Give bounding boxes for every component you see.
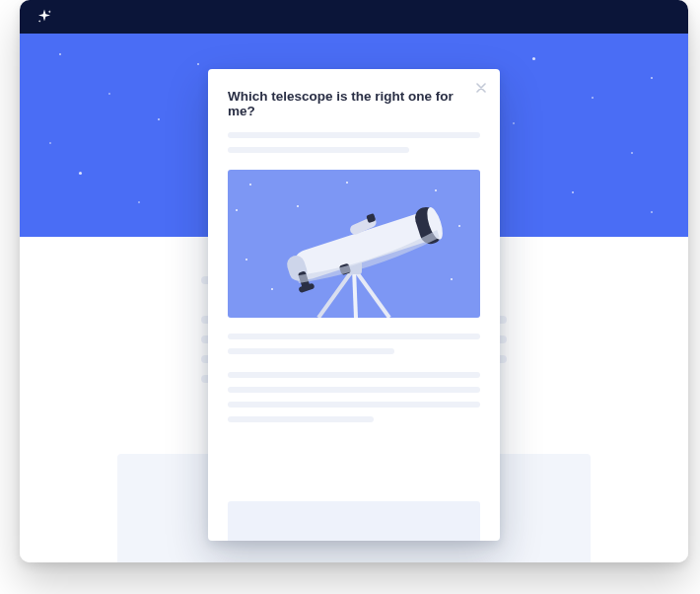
- decorative-star: [49, 142, 51, 144]
- article-footer-placeholder: [228, 501, 480, 541]
- app-window: Which telescope is the right one for me?: [20, 0, 688, 562]
- svg-line-1: [354, 268, 389, 318]
- decorative-star: [236, 209, 238, 211]
- svg-line-2: [354, 268, 356, 318]
- text-placeholder: [228, 402, 480, 408]
- text-placeholder: [228, 372, 480, 378]
- close-button[interactable]: [472, 79, 490, 97]
- titlebar: [20, 0, 688, 34]
- text-placeholder: [228, 132, 480, 138]
- decorative-star: [249, 184, 251, 186]
- text-placeholder: [228, 334, 480, 339]
- decorative-star: [197, 63, 199, 65]
- decorative-star: [346, 182, 348, 184]
- decorative-star: [158, 118, 160, 120]
- decorative-star: [451, 278, 453, 280]
- decorative-star: [108, 93, 110, 95]
- article-illustration: [228, 170, 480, 318]
- decorative-star: [592, 97, 594, 99]
- decorative-star: [79, 172, 82, 175]
- decorative-star: [59, 53, 61, 55]
- decorative-star: [572, 191, 574, 193]
- sparkle-icon: [35, 8, 53, 26]
- text-placeholder: [228, 387, 480, 393]
- decorative-star: [513, 122, 515, 124]
- decorative-star: [631, 152, 633, 154]
- text-placeholder: [228, 348, 394, 354]
- decorative-star: [532, 57, 535, 60]
- telescope-icon: [228, 170, 480, 318]
- text-placeholder: [228, 416, 374, 422]
- text-placeholder: [228, 147, 409, 153]
- article-heading: Which telescope is the right one for me?: [228, 89, 480, 118]
- article-modal: Which telescope is the right one for me?: [208, 69, 500, 541]
- decorative-star: [651, 211, 653, 213]
- decorative-star: [435, 189, 437, 191]
- decorative-star: [297, 205, 299, 207]
- decorative-star: [651, 77, 653, 79]
- close-icon: [476, 83, 486, 93]
- decorative-star: [138, 201, 140, 203]
- decorative-star: [271, 288, 273, 290]
- decorative-star: [458, 225, 460, 227]
- decorative-star: [245, 259, 247, 260]
